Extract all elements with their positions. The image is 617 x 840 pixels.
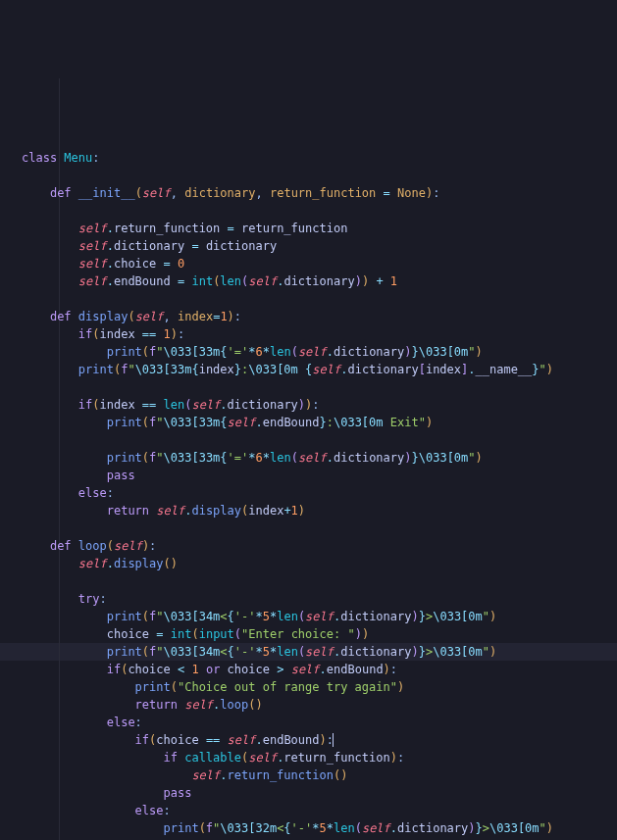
code-content: class Menu: def __init__(self, dictionar… xyxy=(22,149,617,840)
code-editor[interactable]: class Menu: def __init__(self, dictionar… xyxy=(0,71,617,840)
